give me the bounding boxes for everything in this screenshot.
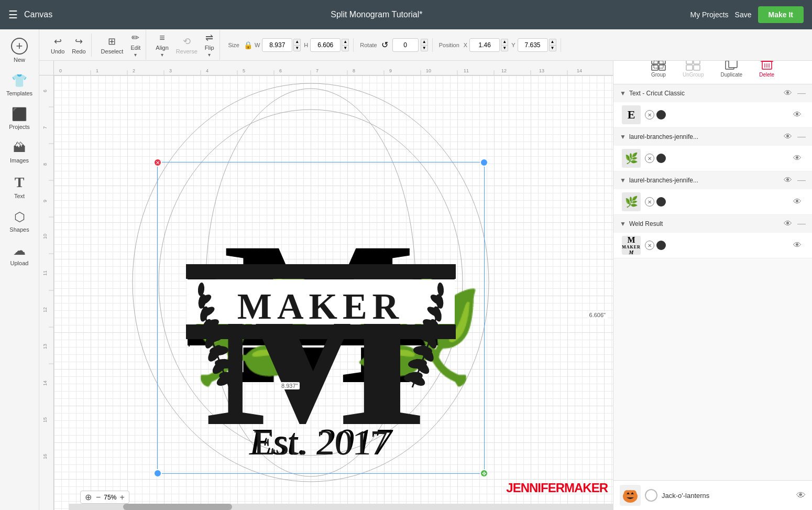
sidebar-item-templates[interactable]: 👕 Templates <box>2 69 37 101</box>
bottom-layer-eye[interactable]: 👁 <box>796 490 806 501</box>
bottom-layer-label: Jack-o'-lanterns <box>662 492 792 500</box>
redo-icon: ↪ <box>75 36 83 47</box>
svg-text:12: 12 <box>42 307 48 312</box>
edit-button[interactable]: ✏ Edit ▾ <box>127 30 144 60</box>
lock-icon[interactable]: 🔒 <box>244 41 253 49</box>
watermark: JENNIFERMAKER <box>506 481 608 495</box>
position-label: Position <box>439 42 459 48</box>
svg-rect-68 <box>186 324 456 339</box>
svg-text:3: 3 <box>169 68 172 73</box>
sidebar-item-text[interactable]: T Text <box>2 170 37 203</box>
layer-group-weld-header[interactable]: ▼ Weld Result 👁 — <box>613 215 812 233</box>
y-input[interactable] <box>518 38 548 52</box>
layer-item-eye-text-cricut[interactable]: 👁 <box>791 110 804 120</box>
layer-item-eye-laurel-2[interactable]: 👁 <box>791 197 804 207</box>
svg-rect-110 <box>694 65 700 70</box>
sidebar-item-new[interactable]: + New <box>2 34 37 67</box>
laurel-1-eye[interactable]: 👁 <box>782 132 794 142</box>
rotate-input[interactable] <box>392 38 419 52</box>
svg-text:1: 1 <box>96 68 98 73</box>
x-down-button[interactable]: ▼ <box>501 45 508 51</box>
sidebar-item-images[interactable]: 🏔 Images <box>2 136 37 168</box>
laurel-2-dots[interactable]: — <box>797 176 806 185</box>
canvas-area[interactable]: 0 1 2 3 4 5 6 7 8 9 10 11 12 13 14 <box>39 61 613 510</box>
deselect-button[interactable]: ⊞ Deselect <box>98 34 127 57</box>
text-cricut-arrow: ▼ <box>620 90 626 97</box>
rotate-icon: ↺ <box>381 40 388 50</box>
redo-button[interactable]: ↪ Redo <box>69 34 89 57</box>
laurel-1-dots[interactable]: — <box>797 132 806 142</box>
position-control-group: Position X ▲ ▼ Y ▲ ▼ <box>435 38 561 52</box>
align-button[interactable]: ≡ Align ▾ <box>152 30 171 60</box>
svg-text:0: 0 <box>59 68 62 73</box>
zoom-out-button[interactable]: − <box>95 493 102 502</box>
svg-text:10: 10 <box>426 68 431 73</box>
layer-item-eye-weld[interactable]: 👁 <box>791 241 804 250</box>
width-w-label: W <box>255 42 260 48</box>
layer-item-eye-laurel-1[interactable]: 👁 <box>791 154 804 163</box>
laurel-2-eye[interactable]: 👁 <box>782 176 794 185</box>
canvas-grid[interactable]: ✕ ✥ M MAKER <box>54 75 613 510</box>
canvas-scrollbar[interactable] <box>69 504 613 510</box>
layer-group-text-cricut-header[interactable]: ▼ Text - Cricut Classic 👁 — <box>613 84 812 102</box>
width-down-button[interactable]: ▼ <box>293 45 301 51</box>
watermark-maker: MAKER <box>564 481 608 495</box>
layer-x-icon[interactable]: ✕ <box>645 110 654 120</box>
svg-text:11: 11 <box>42 270 48 276</box>
layer-fill-icon-weld[interactable] <box>656 241 666 250</box>
sidebar-item-upload[interactable]: ☁ Upload <box>2 239 37 270</box>
width-input[interactable] <box>262 38 292 52</box>
zoom-controls: ⊕ − 75% + <box>80 491 129 504</box>
layer-item-text-cricut: E ✕ 👁 <box>613 102 812 127</box>
layer-fill-icon-l1[interactable] <box>656 154 666 163</box>
select-group: ⊞ Deselect ✏ Edit ▾ <box>96 30 147 60</box>
layer-group-laurel-2-header[interactable]: ▼ laurel-branches-jennife... 👁 — <box>613 171 812 189</box>
weld-eye[interactable]: 👁 <box>782 219 794 229</box>
layer-fill-icon[interactable] <box>656 110 666 120</box>
undo-button[interactable]: ↩ Undo <box>48 34 68 57</box>
rotate-up-button[interactable]: ▲ <box>421 39 428 45</box>
zoom-in-button[interactable]: + <box>118 493 125 502</box>
save-button[interactable]: Save <box>735 10 752 19</box>
sidebar-item-projects[interactable]: ⬛ Projects <box>2 103 37 134</box>
make-it-button[interactable]: Make It <box>758 6 804 23</box>
laurel-2-name: laurel-branches-jennife... <box>629 177 778 184</box>
layer-group-laurel-1-header[interactable]: ▼ laurel-branches-jennife... 👁 — <box>613 128 812 146</box>
svg-text:7: 7 <box>42 126 48 129</box>
flip-button[interactable]: ⇌ Flip ▾ <box>202 30 217 60</box>
layer-thumb-text-cricut: E <box>622 105 641 124</box>
layer-x-icon-l2[interactable]: ✕ <box>645 197 654 207</box>
hamburger-icon[interactable]: ☰ <box>8 8 18 21</box>
weld-dots[interactable]: — <box>797 219 806 229</box>
bottom-thumb <box>620 485 641 506</box>
text-cricut-eye[interactable]: 👁 <box>782 89 794 98</box>
svg-text:9: 9 <box>42 200 48 202</box>
text-icon: T <box>15 174 25 191</box>
layer-x-icon-l1[interactable]: ✕ <box>645 154 654 163</box>
text-cricut-dots[interactable]: — <box>797 89 806 98</box>
reverse-button[interactable]: ⟲ Reverse <box>173 34 201 57</box>
height-input[interactable] <box>310 38 341 52</box>
deselect-icon: ⊞ <box>108 36 116 47</box>
scrollbar-thumb[interactable] <box>123 504 232 510</box>
sidebar-item-shapes[interactable]: ⬡ Shapes <box>2 205 37 237</box>
height-down-button[interactable]: ▼ <box>342 45 349 51</box>
width-field: W ▲ ▼ <box>255 38 301 52</box>
y-down-button[interactable]: ▼ <box>549 45 556 51</box>
height-up-button[interactable]: ▲ <box>342 39 349 45</box>
svg-text:12: 12 <box>501 68 507 73</box>
project-title: Split Monogram Tutorial* <box>63 10 690 19</box>
width-up-button[interactable]: ▲ <box>293 39 301 45</box>
my-projects-button[interactable]: My Projects <box>690 10 728 19</box>
layer-x-icon-weld[interactable]: ✕ <box>645 241 654 250</box>
svg-rect-106 <box>654 61 663 68</box>
layer-thumb-weld: M MAKER M <box>622 236 641 255</box>
x-up-button[interactable]: ▲ <box>501 39 508 45</box>
svg-text:6: 6 <box>279 68 282 73</box>
rotate-down-button[interactable]: ▼ <box>421 45 428 51</box>
svg-text:13: 13 <box>539 68 544 73</box>
zoom-fit-button[interactable]: ⊕ <box>84 492 93 502</box>
y-up-button[interactable]: ▲ <box>549 39 556 45</box>
x-input[interactable] <box>469 38 500 52</box>
layer-fill-icon-l2[interactable] <box>656 197 666 207</box>
